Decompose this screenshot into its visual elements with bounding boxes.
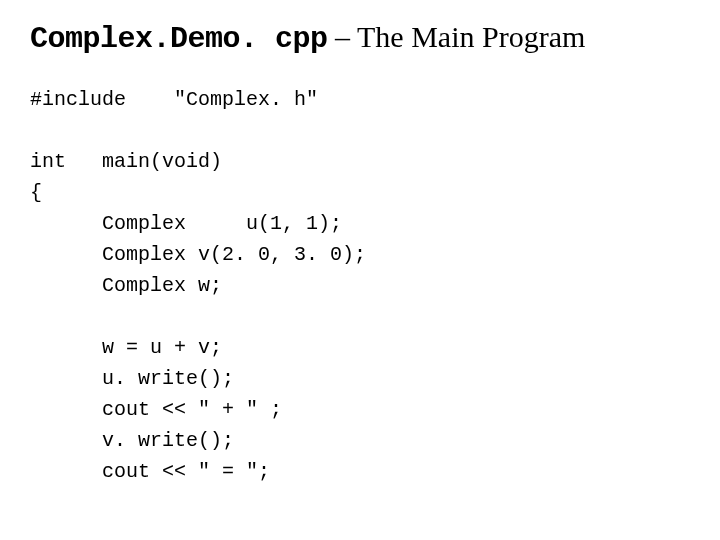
code-line-11: cout << " = "; <box>102 460 270 483</box>
code-line-7: w = u + v; <box>102 336 222 359</box>
code-line-2a: int <box>30 150 66 173</box>
code-block: #include "Complex. h" int main(void) { C… <box>30 84 690 487</box>
code-line-6: Complex w; <box>102 274 222 297</box>
code-line-2b: main(void) <box>102 150 222 173</box>
code-line-5: Complex v(2. 0, 3. 0); <box>102 243 366 266</box>
title-filename: Complex.Demo. cpp <box>30 22 328 56</box>
slide: Complex.Demo. cpp – The Main Program #in… <box>0 0 720 517</box>
code-line-9: cout << " + " ; <box>102 398 282 421</box>
code-line-10: v. write(); <box>102 429 234 452</box>
code-line-4: Complex u(1, 1); <box>102 212 342 235</box>
slide-title: Complex.Demo. cpp – The Main Program <box>30 20 690 56</box>
code-line-1b: "Complex. h" <box>174 88 318 111</box>
code-line-8: u. write(); <box>102 367 234 390</box>
code-line-3: { <box>30 181 42 204</box>
title-rest: – The Main Program <box>328 20 586 53</box>
code-line-1a: #include <box>30 88 126 111</box>
